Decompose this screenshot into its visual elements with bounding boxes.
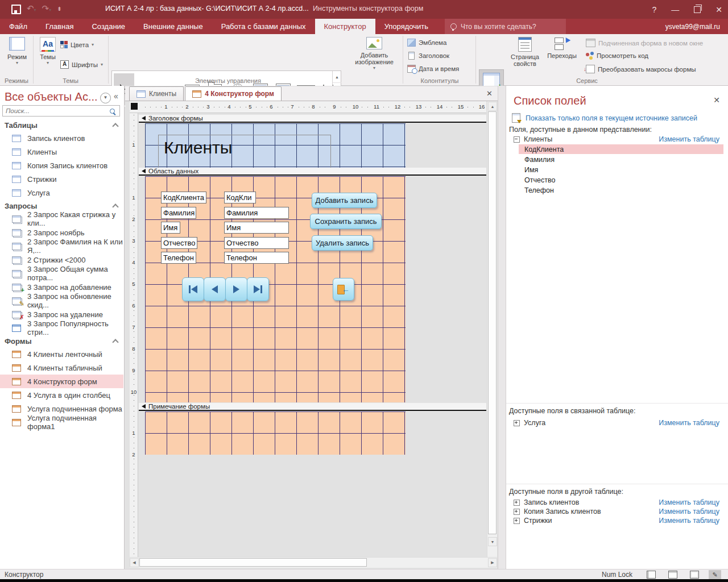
close-document-icon[interactable]: ✕ <box>486 89 493 98</box>
field-row[interactable]: КодКлиента <box>519 144 723 154</box>
nav-item[interactable]: Услуга подчиненная форма1 <box>0 415 123 429</box>
form-view-icon[interactable] <box>645 570 657 579</box>
nav-item[interactable]: Стрижки <box>0 172 123 186</box>
previous-record-button[interactable] <box>204 277 226 301</box>
field-textbox[interactable]: КодКли <box>224 192 256 203</box>
field-label[interactable]: Телефон <box>161 252 196 264</box>
field-textbox[interactable]: Фамилия <box>224 207 289 219</box>
field-row[interactable]: Имя <box>519 165 723 174</box>
nav-item[interactable]: Запись клиентов <box>0 131 123 145</box>
scroll-left-icon[interactable]: ◀ <box>130 558 139 567</box>
expand-plus-icon[interactable] <box>514 500 520 506</box>
nav-item[interactable]: Услуга <box>0 186 123 199</box>
edit-table-link[interactable]: Изменить таблицу <box>659 419 719 427</box>
datasheet-view-icon[interactable] <box>667 570 679 579</box>
delete-record-button[interactable]: Удалить запись <box>312 235 373 251</box>
qat-customize-icon[interactable]: ⇟ <box>57 4 61 14</box>
ribbon-tab-5[interactable]: Работа с базами данных <box>212 19 315 34</box>
vertical-scroll-thumb[interactable] <box>488 111 497 534</box>
expand-plus-icon[interactable] <box>514 518 520 524</box>
nav-item[interactable]: 4 Услуга в один столбец <box>0 388 123 402</box>
undo-icon[interactable]: ↶▾ <box>27 3 36 15</box>
last-record-button[interactable] <box>247 277 269 301</box>
field-row[interactable]: Отчество <box>519 175 723 185</box>
field-textbox[interactable]: Отчество <box>224 237 289 249</box>
property-sheet-button[interactable]: Страница свойств <box>507 37 543 67</box>
nav-item[interactable]: 2 Запрос Фамилия на К или Я,... <box>0 239 123 253</box>
colors-button[interactable]: Цвета▾ <box>60 41 94 48</box>
design-view-icon[interactable]: ✎ <box>709 570 721 579</box>
nav-item[interactable]: 4 Клиенты ленточный <box>0 347 123 361</box>
scroll-up-icon[interactable]: ▲ <box>488 102 497 111</box>
exit-form-button[interactable]: ← <box>333 278 354 301</box>
layout-view-icon[interactable] <box>688 570 701 579</box>
other-table-row[interactable]: Запись клиентовИзменить таблицу <box>514 498 719 506</box>
form-title-button[interactable]: Заголовок <box>407 52 449 60</box>
insert-image-button[interactable]: Добавить изображение ▾ <box>348 37 400 70</box>
form-selector-box[interactable] <box>131 103 138 110</box>
current-table-row[interactable]: Клиенты Изменить таблицу <box>514 135 719 143</box>
field-row[interactable]: Телефон <box>519 185 723 195</box>
nav-item[interactable]: ✎3 Запрос на обновление скид... <box>0 294 123 307</box>
date-time-button[interactable]: Дата и время <box>407 65 459 73</box>
edit-table-link[interactable]: Изменить таблицу <box>659 508 719 516</box>
field-textbox[interactable]: Телефон <box>224 252 289 264</box>
horizontal-scroll-thumb[interactable] <box>139 558 367 567</box>
section-bar-detail[interactable]: Область данных <box>139 168 486 176</box>
field-list-close-icon[interactable]: ✕ <box>713 95 720 105</box>
minimize-icon[interactable]: — <box>671 5 679 14</box>
edit-table-link[interactable]: Изменить таблицу <box>659 517 719 525</box>
nav-group-header-3[interactable]: Формы <box>0 335 123 347</box>
nav-search-input[interactable]: Поиск... <box>2 105 120 117</box>
edit-table-link[interactable]: Изменить таблицу <box>659 135 719 143</box>
field-textbox[interactable]: Имя <box>224 222 289 234</box>
ribbon-tab-1[interactable]: Файл <box>0 19 36 34</box>
document-tab-2[interactable]: 4 Конструктор форм <box>185 86 282 101</box>
section-bar-form-header[interactable]: Заголовок формы <box>139 115 486 123</box>
ribbon-tab-4[interactable]: Внешние данные <box>134 19 212 34</box>
related-table-row[interactable]: УслугаИзменить таблицу <box>514 419 719 427</box>
nav-item[interactable]: Копия Запись клиентов <box>0 159 123 172</box>
scroll-right-icon[interactable]: ▶ <box>488 558 497 567</box>
nav-item[interactable]: 3 Запрос Общая сумма потра... <box>0 267 123 280</box>
edit-table-link[interactable]: Изменить таблицу <box>659 498 719 506</box>
search-icon[interactable] <box>110 109 115 114</box>
save-icon[interactable] <box>11 5 21 14</box>
form-title-label[interactable]: Клиенты <box>164 138 232 157</box>
other-table-row[interactable]: СтрижкиИзменить таблицу <box>514 517 719 525</box>
horizontal-scrollbar[interactable]: ◀ ▶ <box>130 557 497 568</box>
view-mode-button[interactable]: Режим ▾ <box>5 37 30 65</box>
nav-item[interactable]: Клиенты <box>0 145 123 159</box>
nav-pane-menu-icon[interactable]: ▼ <box>100 93 111 103</box>
view-code-button[interactable]: Просмотреть код <box>586 52 648 59</box>
ribbon-tab-2[interactable]: Главная <box>36 19 82 34</box>
field-label[interactable]: Отчество <box>161 237 197 249</box>
form-footer-grid[interactable] <box>145 411 406 455</box>
next-record-button[interactable] <box>225 277 247 301</box>
nav-pane-collapse-icon[interactable]: « <box>114 92 118 101</box>
themes-button[interactable]: Aa Темы ▾ <box>36 37 59 65</box>
nav-item[interactable]: 3 Запрос Популярность стри... <box>0 321 123 335</box>
nav-item[interactable]: 4 Конструктор форм <box>0 375 123 388</box>
redo-icon[interactable]: ↷▾ <box>42 3 52 15</box>
expand-plus-icon[interactable] <box>514 509 520 515</box>
tab-order-button[interactable]: Переходы <box>544 37 580 59</box>
restore-icon[interactable] <box>694 6 701 13</box>
account-name[interactable]: ysveta99@mail.ru <box>665 23 720 31</box>
logo-button[interactable]: Эмблема <box>407 39 446 47</box>
first-record-button[interactable] <box>182 277 204 301</box>
tell-me-search[interactable]: Что вы хотите сделать? <box>445 19 566 34</box>
nav-item[interactable]: 4 Клиенты табличный <box>0 361 123 375</box>
convert-macros-button[interactable]: Преобразовать макросы формы <box>586 65 696 73</box>
help-icon[interactable]: ? <box>652 5 656 14</box>
document-tab-1[interactable]: Клиенты <box>129 86 184 101</box>
add-record-button[interactable]: Добавить запись <box>312 193 377 208</box>
ribbon-tab-3[interactable]: Создание <box>82 19 134 34</box>
close-icon[interactable]: ✕ <box>715 5 722 14</box>
field-label[interactable]: КодКлиента <box>161 192 206 203</box>
field-label[interactable]: Имя <box>161 222 180 234</box>
ribbon-tab-7[interactable]: Упорядочить <box>375 19 437 34</box>
ribbon-tab-6[interactable]: Конструктор <box>315 19 375 34</box>
field-label[interactable]: Фамилия <box>161 207 196 219</box>
scroll-down-icon[interactable]: ▼ <box>488 537 497 546</box>
